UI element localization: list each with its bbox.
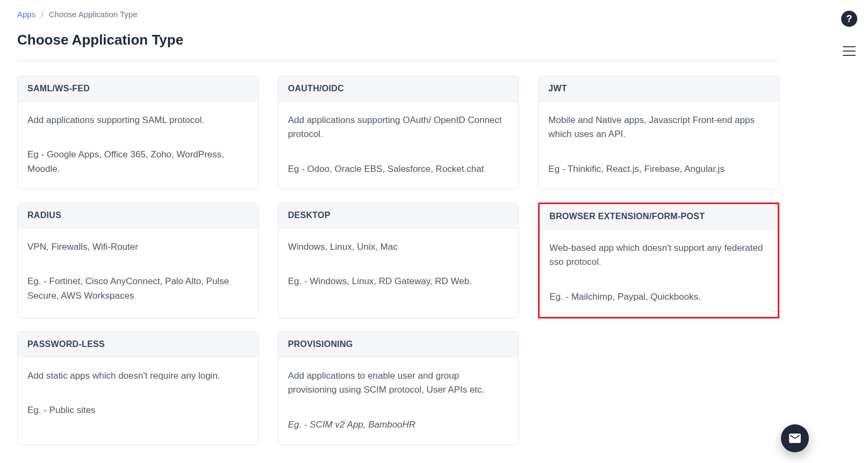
breadcrumb-separator: / (41, 10, 43, 19)
card-examples: Eg. - Windows, Linux, RD Gateway, RD Web… (288, 274, 509, 288)
card-body: Add applications to enable user and grou… (278, 357, 519, 445)
card-body: Mobile and Native apps, Javascript Front… (539, 102, 779, 189)
app-type-card[interactable]: PROVISIONINGAdd applications to enable u… (278, 331, 519, 445)
card-examples: Eg - Google Apps, Office 365, Zoho, Word… (27, 148, 248, 176)
card-header: JWT (539, 76, 779, 102)
card-description: Add applications supporting SAML protoco… (27, 113, 248, 127)
card-examples: Eg - Thinkific, React.js, Firebase, Angu… (548, 162, 769, 176)
app-type-card[interactable]: JWTMobile and Native apps, Javascript Fr… (538, 76, 779, 190)
card-examples: Eg. - Mailchimp, Paypal, Quickbooks. (549, 290, 768, 304)
card-description: Mobile and Native apps, Javascript Front… (548, 113, 769, 142)
help-icon[interactable]: ? (841, 11, 857, 27)
card-header: DESKTOP (278, 203, 519, 228)
mail-icon (788, 431, 802, 445)
card-title: DESKTOP (288, 211, 509, 220)
card-title: JWT (548, 84, 769, 93)
card-examples: Eg - Odoo, Oracle EBS, Salesforce, Rocke… (288, 162, 509, 176)
app-type-card[interactable]: RADIUSVPN, Firewalls, Wifi-RouterEg. - F… (17, 202, 259, 319)
breadcrumb: Apps / Choose Application Type (17, 10, 779, 19)
card-description: Add applications supporting OAuth/ OpenI… (288, 113, 509, 142)
card-body: Web-based app which doesn't support any … (540, 229, 778, 317)
app-type-grid: SAML/WS-FEDAdd applications supporting S… (17, 76, 779, 445)
hamburger-menu-icon[interactable] (843, 46, 856, 56)
card-body: Add applications supporting SAML protoco… (18, 102, 258, 189)
card-header: SAML/WS-FED (18, 76, 258, 102)
card-description: Windows, Linux, Unix, Mac (288, 240, 509, 254)
page-title: Choose Application Type (17, 32, 779, 48)
card-title: RADIUS (27, 211, 248, 220)
card-body: Add static apps which doesn't require an… (18, 357, 258, 445)
card-description: Add applications to enable user and grou… (288, 369, 509, 397)
card-description: Add static apps which doesn't require an… (27, 369, 248, 383)
card-description: Web-based app which doesn't support any … (549, 241, 768, 270)
card-title: PROVISIONING (288, 339, 509, 349)
card-title: BROWSER EXTENSION/FORM-POST (549, 212, 768, 221)
card-header: PASSWORD-LESS (18, 332, 258, 357)
card-title: SAML/WS-FED (27, 84, 248, 93)
card-title: OAUTH/OIDC (288, 84, 509, 93)
app-type-card[interactable]: OAUTH/OIDCAdd applications supporting OA… (278, 76, 519, 190)
card-body: Windows, Linux, Unix, MacEg. - Windows, … (278, 228, 519, 318)
card-body: Add applications supporting OAuth/ OpenI… (278, 102, 519, 189)
app-type-card[interactable]: SAML/WS-FEDAdd applications supporting S… (17, 76, 259, 190)
app-type-card[interactable]: PASSWORD-LESSAdd static apps which doesn… (17, 331, 259, 445)
app-type-card[interactable]: DESKTOPWindows, Linux, Unix, MacEg. - Wi… (278, 202, 519, 319)
card-examples: Eg. - Public sites (27, 403, 248, 417)
breadcrumb-current: Choose Application Type (49, 10, 138, 19)
breadcrumb-root-link[interactable]: Apps (17, 10, 35, 19)
chat-fab[interactable] (781, 424, 809, 452)
card-examples: Eg. - Fortinet, Cisco AnyConnect, Palo A… (27, 274, 248, 303)
card-title: PASSWORD-LESS (27, 339, 248, 349)
app-type-card[interactable]: BROWSER EXTENSION/FORM-POSTWeb-based app… (538, 202, 779, 319)
card-header: RADIUS (18, 203, 258, 228)
card-body: VPN, Firewalls, Wifi-RouterEg. - Fortine… (18, 228, 258, 318)
card-header: PROVISIONING (278, 332, 519, 357)
right-rail: ? (841, 11, 857, 56)
card-examples: Eg. - SCIM v2 App, BambooHR (288, 418, 509, 432)
card-header: BROWSER EXTENSION/FORM-POST (540, 204, 778, 229)
divider (17, 60, 779, 61)
card-description: VPN, Firewalls, Wifi-Router (27, 240, 248, 254)
card-header: OAUTH/OIDC (278, 76, 519, 102)
page: Apps / Choose Application Type Choose Ap… (0, 0, 795, 445)
